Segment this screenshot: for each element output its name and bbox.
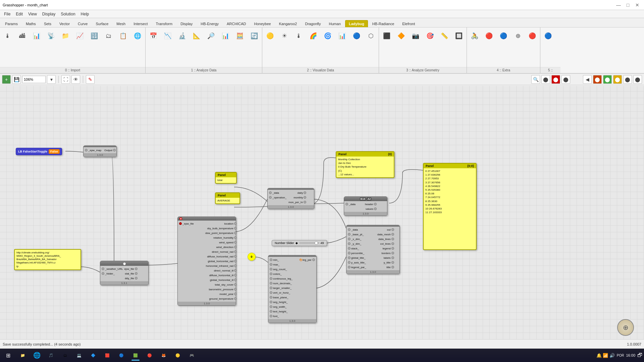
slider-track[interactable] xyxy=(299,242,319,244)
number-slider[interactable]: Number Slider ◆ 49 xyxy=(272,240,327,246)
menu-display[interactable]: Display xyxy=(40,11,58,17)
fit-button[interactable]: ⛶ xyxy=(61,75,70,84)
taskbar-app-8[interactable]: 🎮 xyxy=(185,349,199,361)
ribbon-btn-0-10[interactable]: 🌐 xyxy=(131,29,144,43)
taskbar-app-edge[interactable]: 🌐 xyxy=(30,349,44,361)
taskbar-notification[interactable]: 🗗 xyxy=(637,352,643,358)
taskbar-app-vscode[interactable]: 💻 xyxy=(72,349,86,361)
slider-thumb[interactable] xyxy=(315,241,318,245)
ribbon-btn-4-1[interactable]: 🚴 xyxy=(468,29,481,43)
ribbon-btn-4-2[interactable]: 🔴 xyxy=(482,29,496,43)
ribbon-btn-0-1[interactable]: 🌡 xyxy=(1,29,14,43)
menu-view[interactable]: View xyxy=(25,11,40,17)
ribbon-btn-0-6[interactable]: 📈 xyxy=(73,29,87,43)
maximize-button[interactable]: □ xyxy=(624,2,632,8)
taskbar-app-files[interactable]: 🗂 xyxy=(58,349,72,361)
ribbon-btn-2-5[interactable]: 🌀 xyxy=(321,29,334,43)
ribbon-btn-3-5[interactable]: 📏 xyxy=(438,29,451,43)
tab-human[interactable]: Human xyxy=(325,20,344,27)
ribbon-btn-0-3[interactable]: 📊 xyxy=(30,29,43,43)
false-start-toggle[interactable]: LB FalseStartToggle False xyxy=(16,148,62,155)
ribbon-btn-3-4[interactable]: 🎯 xyxy=(423,29,437,43)
taskbar-app-3[interactable]: 🔵 xyxy=(115,349,128,361)
tab-kangaroo2[interactable]: Kangaroo2 xyxy=(275,20,301,27)
ribbon-btn-4-5[interactable]: 🔴 xyxy=(526,29,539,43)
menu-solution[interactable]: Solution xyxy=(58,11,78,17)
tab-archicad[interactable]: ARCHICAD xyxy=(223,20,250,27)
menu-file[interactable]: File xyxy=(1,11,13,17)
nav-button-1[interactable]: ◀ xyxy=(583,75,592,84)
nav-button-4[interactable]: ⬤ xyxy=(613,75,622,84)
ribbon-btn-3-2[interactable]: 🔶 xyxy=(394,29,408,43)
settings-button-2[interactable]: ⬤ xyxy=(551,75,560,84)
tab-mesh[interactable]: Mesh xyxy=(113,20,129,27)
tab-surface[interactable]: Surface xyxy=(92,20,112,27)
tab-vector[interactable]: Vector xyxy=(56,20,73,27)
taskbar-app-spotify[interactable]: 🎵 xyxy=(44,349,58,361)
panel-right[interactable]: Panel {0;0} 0 27.451007 1 27.636256 2 27… xyxy=(423,163,477,250)
ribbon-btn-3-6[interactable]: 🔲 xyxy=(452,29,466,43)
grasshopper-canvas[interactable]: LB FalseStartToggle False _epw_map Outpu… xyxy=(0,86,644,353)
tab-display[interactable]: Display xyxy=(177,20,196,27)
panel-total[interactable]: Panel total xyxy=(215,172,237,184)
close-button[interactable]: ✕ xyxy=(633,2,641,8)
ribbon-btn-2-2[interactable]: ☀ xyxy=(278,29,291,43)
ribbon-btn-2-4[interactable]: 🌈 xyxy=(307,29,320,43)
nav-button-2[interactable]: ⬤ xyxy=(593,75,602,84)
ribbon-btn-0-8[interactable]: 🗂 xyxy=(102,29,115,43)
zoom-input[interactable]: 106% xyxy=(22,76,46,83)
monthly-chart-node[interactable]: _data _base_pt_ _x_dim_ _y_dim_ stack_ p… xyxy=(346,225,400,274)
tab-curve[interactable]: Curve xyxy=(74,20,91,27)
tab-elefront[interactable]: Elefront xyxy=(398,20,419,27)
ribbon-btn-0-9[interactable]: 📋 xyxy=(116,29,130,43)
draw-button[interactable]: ✎ xyxy=(86,75,95,84)
ribbon-btn-2-3[interactable]: 🌡 xyxy=(292,29,306,43)
ribbon-btn-2-7[interactable]: 🔵 xyxy=(350,29,363,43)
ribbon-btn-5-1[interactable]: 🔵 xyxy=(541,29,555,43)
tab-hb-radiance[interactable]: HB-Radiance xyxy=(369,20,398,27)
taskbar-app-2[interactable]: 🟥 xyxy=(101,349,114,361)
ribbon-btn-3-3[interactable]: 📷 xyxy=(409,29,422,43)
start-button[interactable]: ⊞ xyxy=(1,349,15,361)
ribbon-btn-0-4[interactable]: 📡 xyxy=(44,29,58,43)
menu-edit[interactable]: Edit xyxy=(13,11,25,17)
tab-params[interactable]: Params xyxy=(1,20,21,27)
taskbar-app-grasshopper[interactable]: 🟩 xyxy=(129,349,142,361)
ribbon-btn-1-7[interactable]: 🧮 xyxy=(233,29,247,43)
ribbon-btn-3-1[interactable]: ⬛ xyxy=(380,29,393,43)
taskbar-app-explorer[interactable]: 📁 xyxy=(16,349,30,361)
tab-sets[interactable]: Sets xyxy=(40,20,55,27)
ribbon-btn-1-8[interactable]: 🔄 xyxy=(248,29,261,43)
ribbon-btn-4-3[interactable]: 🔵 xyxy=(497,29,510,43)
ribbon-btn-0-7[interactable]: 🔢 xyxy=(88,29,101,43)
tab-intersect[interactable]: Intersect xyxy=(130,20,151,27)
ribbon-btn-1-1[interactable]: 📅 xyxy=(147,29,160,43)
save-button[interactable]: 💾 xyxy=(12,75,21,84)
panel-average[interactable]: Panel AVERAGE xyxy=(215,192,240,204)
taskbar-app-5[interactable]: 🔴 xyxy=(143,349,156,361)
ribbon-btn-1-2[interactable]: 📉 xyxy=(161,29,174,43)
tab-transform[interactable]: Transform xyxy=(152,20,176,27)
tab-dragonfly[interactable]: Dragonfly xyxy=(301,20,324,27)
data-node-right[interactable]: B18 A2 _data header values 1.3.0 xyxy=(344,196,387,216)
zoom-dropdown[interactable]: ▾ xyxy=(47,75,56,84)
new-button[interactable]: + xyxy=(2,75,11,84)
tab-honeybee[interactable]: Honeybee xyxy=(250,20,274,27)
number-node-zero[interactable]: 0 xyxy=(248,253,256,261)
ribbon-btn-1-5[interactable]: 🔎 xyxy=(204,29,218,43)
ribbon-btn-1-4[interactable]: 📐 xyxy=(190,29,203,43)
legend-params-node[interactable]: min_ max_ seg_count_ colors_ continuous_… xyxy=(268,255,317,323)
nav-button-6[interactable]: ⬤ xyxy=(633,75,642,84)
taskbar-app-6[interactable]: 🦊 xyxy=(157,349,170,361)
tab-hb-energy[interactable]: HB-Energy xyxy=(197,20,222,27)
taskbar-app-7[interactable]: 🟡 xyxy=(171,349,184,361)
epw-file-node[interactable]: ■ _epw_file location dry_bulb_temperatur… xyxy=(177,217,236,306)
ribbon-btn-1-6[interactable]: 📊 xyxy=(219,29,232,43)
tab-maths[interactable]: Maths xyxy=(22,20,40,27)
nav-button-5[interactable]: ⬤ xyxy=(623,75,632,84)
ribbon-btn-0-2[interactable]: 🏙 xyxy=(15,29,29,43)
view-button[interactable]: 👁 xyxy=(71,75,80,84)
ribbon-btn-1-3[interactable]: 🔬 xyxy=(175,29,189,43)
tab-ladybug[interactable]: Ladybug xyxy=(345,20,368,27)
menu-help[interactable]: Help xyxy=(78,11,92,17)
